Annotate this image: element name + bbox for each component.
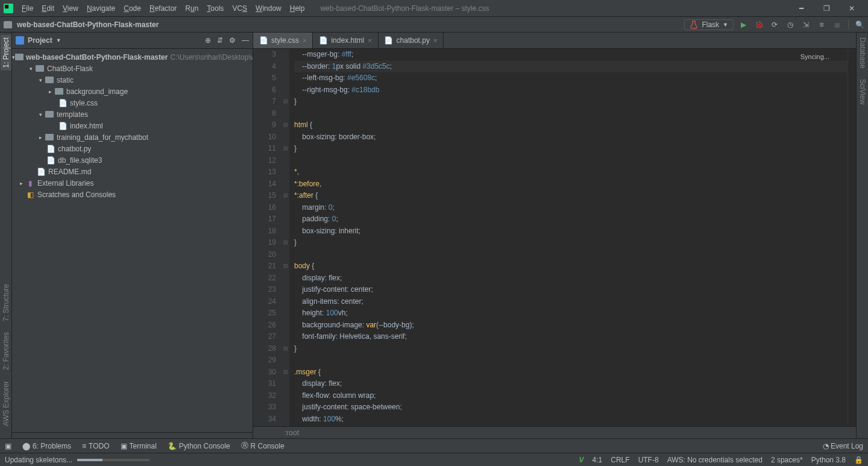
file-encoding[interactable]: UTF-8	[638, 456, 659, 464]
menu-help[interactable]: Help	[286, 3, 309, 14]
chevron-right-icon[interactable]: ▸	[46, 89, 54, 95]
tab-style-css[interactable]: 📄 style.css ×	[253, 33, 313, 48]
attach-button[interactable]: ⇲	[801, 20, 811, 29]
search-everywhere-button[interactable]: 🔍	[855, 20, 864, 29]
tree-folder-chatbot-flask[interactable]: ▾ ChatBot-Flask	[12, 63, 253, 74]
menu-window[interactable]: Window	[252, 3, 285, 14]
tree-file-index-html[interactable]: 📄 index.html	[12, 120, 253, 131]
tree-folder-training-data[interactable]: ▸ training_data_for_mychatbot	[12, 131, 253, 143]
tool-window-quick-access[interactable]: ▣	[5, 442, 11, 450]
line-number-gutter[interactable]: 3456789101112131415161718192021222324252…	[253, 49, 282, 426]
menu-run[interactable]: Run	[181, 3, 202, 14]
run-with-button[interactable]: ≡	[817, 20, 826, 29]
tree-folder-templates[interactable]: ▾ templates	[12, 109, 253, 120]
tab-index-html[interactable]: 📄 index.html ×	[313, 33, 378, 48]
event-log-button[interactable]: ◔ Event Log	[823, 442, 863, 450]
editor-marker-strip[interactable]	[848, 49, 856, 426]
chevron-down-icon[interactable]: ▾	[36, 77, 45, 83]
right-tool-strip: Database SciView	[856, 33, 868, 438]
breadcrumb[interactable]: web-based-ChatBot-Python-Flask-master	[4, 20, 159, 29]
indent-status[interactable]: 2 spaces*	[771, 456, 803, 464]
tree-scratches[interactable]: ◧ Scratches and Consoles	[12, 189, 253, 200]
python-console-tool-button[interactable]: 🐍 Python Console	[168, 442, 230, 450]
terminal-tool-button[interactable]: ▣ Terminal	[121, 442, 157, 450]
markdown-file-icon: 📄	[37, 168, 46, 176]
project-panel-header: Project ▼ ⊕ ⇵ ⚙ —	[12, 33, 253, 49]
aws-explorer-tool-button[interactable]: AWS Explorer	[2, 379, 10, 429]
code-editor[interactable]: 3456789101112131415161718192021222324252…	[253, 49, 856, 426]
lock-icon[interactable]: 🔒	[854, 456, 863, 464]
locate-button[interactable]: ⊕	[205, 36, 211, 45]
menu-file[interactable]: File	[18, 3, 37, 14]
project-tool-button[interactable]: 1: Project	[1, 35, 11, 71]
vim-indicator-icon[interactable]: V	[579, 456, 584, 464]
favorites-tool-button[interactable]: 2: Favorites	[2, 330, 10, 373]
chevron-down-icon[interactable]: ▼	[56, 37, 61, 43]
minimize-button[interactable]: ━	[792, 4, 810, 13]
menu-navigate[interactable]: Navigate	[83, 3, 119, 14]
close-tab-icon[interactable]: ×	[303, 37, 306, 44]
editor-breadcrumb[interactable]: :root	[253, 426, 856, 438]
chevron-right-icon[interactable]: ▸	[17, 180, 25, 186]
close-tab-icon[interactable]: ×	[368, 37, 371, 44]
sciview-tool-button[interactable]: SciView	[858, 77, 867, 107]
project-tree[interactable]: ▾ web-based-ChatBot-Python-Flask-master …	[12, 49, 253, 432]
chevron-down-icon[interactable]: ▾	[27, 66, 35, 72]
tree-folder-background-image[interactable]: ▸ background_image	[12, 86, 253, 97]
scratches-icon: ◧	[27, 190, 34, 199]
flask-icon	[690, 20, 698, 29]
fold-gutter[interactable]: ⊟⊟⊟⊟⊟⊟⊟⊟	[282, 49, 289, 426]
todo-tool-button[interactable]: ≡ TODO	[82, 442, 109, 450]
r-console-tool-button[interactable]: Ⓡ R Console	[241, 441, 285, 451]
menu-view[interactable]: View	[59, 3, 82, 14]
maximize-button[interactable]: ❐	[817, 4, 835, 13]
database-tool-button[interactable]: Database	[858, 35, 867, 71]
close-tab-icon[interactable]: ×	[433, 37, 437, 44]
close-button[interactable]: ✕	[843, 4, 861, 13]
project-panel-title[interactable]: Project	[28, 36, 52, 45]
menu-edit[interactable]: Edit	[38, 3, 58, 14]
run-config-selector[interactable]: Flask ▼	[684, 19, 734, 30]
progress-bar[interactable]	[77, 459, 149, 461]
svg-rect-1	[5, 5, 8, 8]
tree-external-libraries[interactable]: ▸ ▮ External Libraries	[12, 177, 253, 189]
tab-chatbot-py[interactable]: 📄 chatbot.py ×	[379, 33, 444, 48]
stop-button[interactable]: ◼	[832, 20, 842, 29]
menu-refactor[interactable]: Refactor	[146, 3, 180, 14]
css-file-icon: 📄	[58, 99, 68, 107]
tree-folder-static[interactable]: ▾ static	[12, 74, 253, 86]
problems-tool-button[interactable]: ⬤ 6: Problems	[22, 442, 71, 450]
chevron-right-icon[interactable]: ▸	[36, 134, 45, 140]
caret-position[interactable]: 4:1	[593, 456, 603, 464]
tree-file-style-css[interactable]: 📄 style.css	[12, 97, 253, 109]
python-interpreter[interactable]: Python 3.8	[811, 456, 846, 464]
tree-file-db[interactable]: 📄 db_file.sqlite3	[12, 154, 253, 166]
folder-icon	[36, 65, 44, 72]
run-config-label: Flask	[702, 20, 719, 29]
expand-all-button[interactable]: ⇵	[217, 36, 223, 45]
menu-vcs[interactable]: VCS	[228, 3, 251, 14]
debug-button[interactable]: 🐞	[754, 20, 764, 29]
left-tool-strip: 1: Project 7: Structure 2: Favorites AWS…	[0, 33, 12, 438]
profile-button[interactable]: ◷	[785, 20, 795, 29]
horizontal-scrollbar[interactable]	[12, 432, 253, 438]
chevron-down-icon[interactable]: ▾	[36, 112, 45, 118]
code-content[interactable]: Syncing... --msger-bg: #fff; --border: 1…	[289, 49, 848, 426]
tree-file-readme[interactable]: 📄 README.md	[12, 166, 253, 177]
hide-button[interactable]: —	[242, 36, 249, 45]
tree-file-chatbot-py[interactable]: 📄 chatbot.py	[12, 143, 253, 154]
run-button[interactable]: ▶	[738, 20, 748, 29]
tree-root[interactable]: ▾ web-based-ChatBot-Python-Flask-master …	[12, 51, 253, 63]
html-file-icon: 📄	[319, 36, 327, 45]
main-area: 1: Project 7: Structure 2: Favorites AWS…	[0, 33, 868, 438]
run-coverage-button[interactable]: ⟳	[770, 20, 779, 29]
menu-tools[interactable]: Tools	[203, 3, 227, 14]
line-separator[interactable]: CRLF	[611, 456, 629, 464]
main-menu[interactable]: File Edit View Navigate Code Refactor Ru…	[18, 3, 308, 14]
aws-status[interactable]: AWS: No credentials selected	[667, 456, 763, 464]
structure-tool-button[interactable]: 7: Structure	[2, 282, 10, 324]
settings-button[interactable]: ⚙	[229, 36, 236, 45]
breadcrumb-root[interactable]: web-based-ChatBot-Python-Flask-master	[17, 20, 159, 29]
folder-icon	[45, 111, 54, 118]
menu-code[interactable]: Code	[120, 3, 145, 14]
